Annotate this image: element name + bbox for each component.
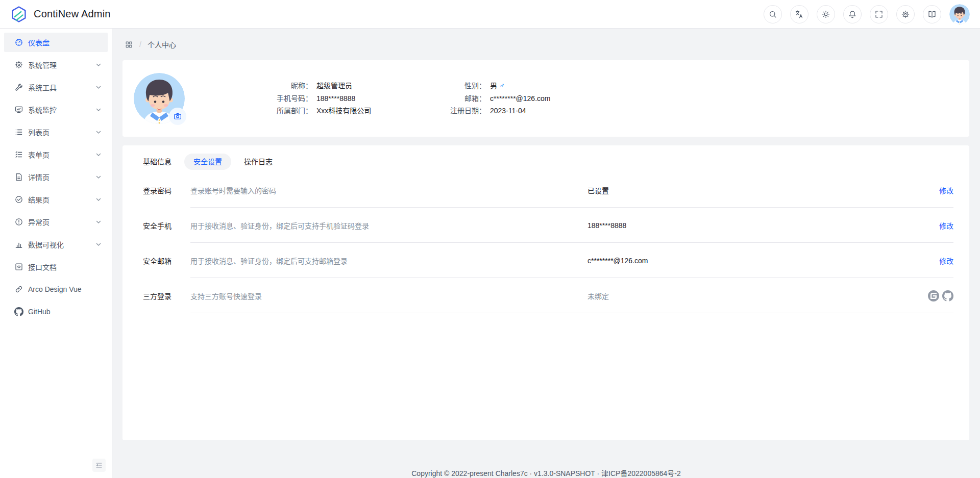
profile-field: 手机号码： 188****8888 — [270, 92, 443, 105]
github-icon[interactable] — [942, 290, 953, 301]
docs-button[interactable] — [923, 5, 941, 23]
modify-link[interactable]: 修改 — [939, 220, 953, 231]
tab-security-settings[interactable]: 安全设置 — [184, 154, 231, 170]
collapse-menu-icon — [95, 461, 103, 469]
menu-item-icon — [14, 128, 23, 137]
menu-item-label: 仪表盘 — [28, 37, 102, 47]
menu-item-icon — [14, 83, 23, 92]
menu-item-label: 系统工具 — [28, 82, 95, 92]
sidebar-item-github[interactable]: GitHub — [4, 302, 108, 321]
security-row-label: 安全手机 — [143, 220, 190, 231]
security-row-description: 用于接收消息、验证身份，绑定后可支持手机验证码登录 — [190, 220, 587, 231]
sidebar-item-arco-design-vue[interactable]: Arco Design Vue — [4, 280, 108, 299]
sidebar-item-list-pages[interactable]: 列表页 — [4, 122, 108, 142]
apps-grid-icon[interactable] — [125, 40, 133, 49]
security-row-value: c********@126.com — [587, 257, 939, 265]
profile-field-value: 超级管理员 — [316, 80, 352, 92]
security-row-description: 用于接收消息、验证身份，绑定后可支持邮箱登录 — [190, 256, 587, 266]
chevron-down-icon — [95, 152, 102, 158]
profile-card: 昵称： 超级管理员 手机号码： 188****8888 所属部门： — [122, 60, 969, 137]
language-button[interactable] — [790, 5, 808, 23]
menu-item-icon — [14, 60, 23, 69]
sidebar-item-system-management[interactable]: 系统管理 — [4, 55, 108, 74]
profile-field: 所属部门： Xxx科技有限公司 — [270, 105, 443, 117]
theme-button[interactable] — [817, 5, 835, 23]
menu-item-label: 详情页 — [28, 172, 95, 182]
sidebar-item-system-tools[interactable]: 系统工具 — [4, 78, 108, 97]
menu-item-icon — [14, 285, 23, 294]
sidebar-item-detail-pages[interactable]: 详情页 — [4, 167, 108, 187]
menu-item-icon — [14, 150, 23, 159]
sidebar-item-dashboard[interactable]: 仪表盘 — [4, 33, 108, 52]
security-row-security-email: 安全邮箱 用于接收消息、验证身份，绑定后可支持邮箱登录 c********@12… — [143, 243, 953, 278]
app-logo[interactable]: ContiNew Admin — [10, 6, 111, 23]
tab-operation-log[interactable]: 操作日志 — [244, 154, 273, 170]
profile-field-value: 2023-11-04 — [490, 105, 526, 117]
profile-field-label: 所属部门： — [270, 105, 312, 117]
menu-item-label: 系统管理 — [28, 60, 95, 70]
profile-info-right: 性别： 男 ♂ 邮箱： c********@126.com — [443, 80, 617, 117]
menu-item-icon — [14, 38, 23, 47]
camera-icon — [173, 112, 182, 121]
security-row-login-password: 登录密码 登录账号时需要输入的密码 已设置 修改 — [143, 172, 953, 208]
fullscreen-button[interactable] — [870, 5, 888, 23]
collapse-sidebar-button[interactable] — [92, 459, 106, 472]
header-actions — [764, 4, 970, 24]
menu-item-label: 系统监控 — [28, 105, 95, 115]
tab-basic-info[interactable]: 基础信息 — [143, 154, 172, 170]
sidebar-item-exception-pages[interactable]: 异常页 — [4, 212, 108, 232]
footer: Copyright © 2022-present Charles7c · v1.… — [112, 445, 980, 478]
gitee-icon[interactable] — [928, 290, 939, 301]
profile-field-label: 昵称： — [270, 80, 312, 92]
chevron-down-icon — [95, 241, 102, 247]
male-symbol-icon: ♂ — [499, 80, 505, 92]
modify-link[interactable]: 修改 — [939, 185, 953, 195]
footer-copyright: Copyright © 2022-present Charles7c · v1.… — [411, 469, 681, 477]
profile-info-left: 昵称： 超级管理员 手机号码： 188****8888 所属部门： — [270, 80, 443, 117]
menu-item-icon — [14, 217, 23, 227]
fullscreen-icon — [874, 10, 884, 19]
app-title: ContiNew Admin — [34, 8, 111, 20]
security-row-description: 登录账号时需要输入的密码 — [190, 185, 587, 195]
modify-link[interactable]: 修改 — [939, 256, 953, 266]
logo-hexagon-icon — [10, 6, 28, 23]
sidebar-item-form-pages[interactable]: 表单页 — [4, 145, 108, 164]
gear-icon — [901, 10, 910, 19]
content-area: / 个人中心 昵称： 超级管理员 — [112, 29, 980, 478]
breadcrumb-separator: / — [139, 40, 141, 48]
security-row-value: 未绑定 — [587, 291, 928, 301]
search-icon — [768, 10, 777, 19]
sidebar-item-system-monitor[interactable]: 系统监控 — [4, 100, 108, 119]
book-icon — [927, 10, 937, 19]
sun-icon — [821, 10, 830, 19]
security-row-label: 安全邮箱 — [143, 256, 190, 266]
change-avatar-button[interactable] — [169, 108, 186, 125]
menu-item-icon — [14, 105, 23, 114]
profile-field: 昵称： 超级管理员 — [270, 80, 443, 92]
menu-item-icon — [14, 240, 23, 249]
profile-field: 注册日期： 2023-11-04 — [443, 105, 617, 117]
settings-button[interactable] — [896, 5, 915, 23]
sidebar-item-data-visualization[interactable]: 数据可视化 — [4, 235, 108, 254]
bell-icon — [848, 10, 857, 19]
security-row-value: 已设置 — [587, 185, 939, 195]
profile-field-value: 188****8888 — [316, 92, 355, 105]
app-header: ContiNew Admin — [0, 0, 980, 29]
app-root: ContiNew Admin — [0, 0, 980, 478]
main-layout: 仪表盘 系统管理 系统工具 系统监控 — [0, 29, 980, 478]
menu-item-icon — [14, 195, 23, 204]
security-row-description: 支持三方账号快速登录 — [190, 291, 587, 301]
sidebar-item-result-pages[interactable]: 结果页 — [4, 190, 108, 209]
settings-card: 基础信息 安全设置 操作日志 登录密码 登录账号时需要输入的密码 已设置 修改 — [122, 145, 969, 440]
security-row-label: 三方登录 — [143, 291, 190, 301]
profile-field-value: c********@126.com — [490, 92, 551, 105]
sidebar-item-api-docs[interactable]: 接口文档 — [4, 257, 108, 276]
search-button[interactable] — [764, 5, 782, 23]
menu-item-label: 结果页 — [28, 194, 95, 205]
notifications-button[interactable] — [843, 5, 862, 23]
chevron-down-icon — [95, 196, 102, 203]
profile-field: 邮箱： c********@126.com — [443, 92, 617, 105]
profile-field-value: Xxx科技有限公司 — [316, 105, 371, 117]
user-avatar — [949, 4, 970, 24]
user-avatar-button[interactable] — [949, 4, 970, 24]
